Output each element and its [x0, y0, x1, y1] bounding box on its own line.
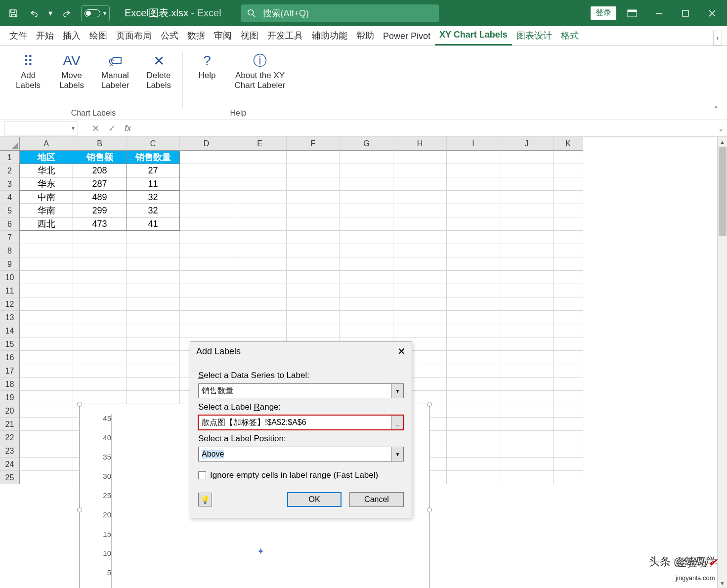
- spreadsheet-grid[interactable]: ABCDEFGHIJK 1234567891011121314151617181…: [0, 137, 727, 588]
- position-dropdown[interactable]: Above ▼: [198, 447, 404, 462]
- table-cell[interactable]: 41: [126, 217, 180, 231]
- fx-icon[interactable]: fx: [125, 124, 131, 133]
- series-dropdown[interactable]: 销售数量 ▼: [198, 383, 404, 398]
- table-cell[interactable]: 华北: [19, 164, 73, 177]
- row-header-2[interactable]: 2: [0, 164, 20, 177]
- minimize-button[interactable]: [648, 4, 670, 22]
- table-header[interactable]: 地区: [20, 151, 73, 164]
- table-header[interactable]: 销售数量: [127, 151, 180, 164]
- row-header-12[interactable]: 12: [0, 297, 20, 311]
- row-header-11[interactable]: 11: [0, 284, 20, 297]
- tab-插入[interactable]: 插入: [58, 26, 85, 45]
- row-header-10[interactable]: 10: [0, 271, 20, 284]
- row-header-20[interactable]: 20: [0, 404, 20, 418]
- range-input[interactable]: 散点图【加标签】!$A$2:$A$6 _: [198, 415, 404, 430]
- tab-文件[interactable]: 文件: [5, 26, 32, 45]
- table-cell[interactable]: 华南: [19, 204, 73, 217]
- ok-button[interactable]: OK: [287, 492, 342, 507]
- table-cell[interactable]: 西北: [19, 217, 73, 231]
- tabs-overflow[interactable]: ›: [713, 31, 722, 45]
- col-header-F[interactable]: F: [287, 137, 340, 151]
- collapse-ribbon-icon[interactable]: ˄: [709, 101, 723, 120]
- table-cell[interactable]: 208: [73, 164, 127, 177]
- name-box[interactable]: ▼: [4, 122, 78, 135]
- dialog-close-icon[interactable]: ✕: [397, 345, 406, 357]
- row-header-9[interactable]: 9: [0, 257, 20, 271]
- table-cell[interactable]: 32: [126, 204, 180, 217]
- row-header-13[interactable]: 13: [0, 311, 20, 324]
- dropdown-icon[interactable]: ▼: [391, 384, 403, 398]
- login-button[interactable]: 登录: [591, 6, 616, 20]
- row-header-4[interactable]: 4: [0, 191, 20, 204]
- row-header-25[interactable]: 25: [0, 471, 20, 484]
- undo-dropdown[interactable]: ▾: [45, 4, 55, 22]
- search-box[interactable]: 搜索(Alt+Q): [241, 4, 439, 22]
- row-header-5[interactable]: 5: [0, 204, 20, 217]
- tab-图表设计[interactable]: 图表设计: [512, 26, 556, 45]
- col-header-I[interactable]: I: [447, 137, 500, 151]
- tab-审阅[interactable]: 审阅: [210, 26, 236, 45]
- table-cell[interactable]: 华东: [19, 177, 73, 191]
- table-cell[interactable]: 32: [126, 190, 180, 204]
- vertical-scrollbar[interactable]: ▲ ▼: [717, 137, 727, 588]
- tab-power-pivot[interactable]: Power Pivot: [379, 27, 435, 45]
- tab-页面布局[interactable]: 页面布局: [112, 26, 156, 45]
- tab-xy-chart-labels[interactable]: XY Chart Labels: [435, 26, 512, 45]
- col-header-J[interactable]: J: [500, 137, 554, 151]
- col-header-H[interactable]: H: [393, 137, 447, 151]
- chart-point[interactable]: ✦: [257, 546, 264, 557]
- table-cell[interactable]: 11: [126, 177, 180, 191]
- tab-帮助[interactable]: 帮助: [352, 26, 379, 45]
- dropdown-icon[interactable]: ▼: [391, 447, 403, 461]
- col-header-K[interactable]: K: [554, 137, 583, 151]
- help-button[interactable]: ?Help: [187, 50, 227, 83]
- about-button[interactable]: ⓘAbout the XY Chart Labeler: [230, 50, 290, 93]
- ribbon-mode-button[interactable]: [621, 4, 643, 22]
- close-button[interactable]: [701, 4, 723, 22]
- tab-公式[interactable]: 公式: [156, 26, 183, 45]
- scroll-down-icon[interactable]: ▼: [718, 578, 727, 588]
- row-header-7[interactable]: 7: [0, 231, 20, 244]
- tab-格式[interactable]: 格式: [556, 26, 583, 45]
- row-header-24[interactable]: 24: [0, 458, 20, 471]
- row-header-17[interactable]: 17: [0, 364, 20, 378]
- ignore-empty-checkbox[interactable]: Ignore empty cells in label range (Fast …: [198, 470, 404, 480]
- row-header-14[interactable]: 14: [0, 324, 20, 337]
- table-cell[interactable]: 473: [73, 217, 127, 231]
- table-cell[interactable]: 489: [73, 190, 127, 204]
- dialog-titlebar[interactable]: Add Labels ✕: [190, 342, 412, 361]
- table-cell[interactable]: 27: [126, 164, 180, 177]
- row-header-22[interactable]: 22: [0, 431, 20, 444]
- enter-formula-icon[interactable]: ✓: [108, 123, 116, 134]
- save-button[interactable]: [4, 4, 23, 22]
- row-header-8[interactable]: 8: [0, 244, 20, 257]
- row-header-16[interactable]: 16: [0, 351, 20, 364]
- tab-辅助功能[interactable]: 辅助功能: [307, 26, 352, 45]
- col-header-G[interactable]: G: [340, 137, 393, 151]
- tab-数据[interactable]: 数据: [183, 26, 210, 45]
- range-picker-icon[interactable]: _: [391, 416, 403, 429]
- tab-开始[interactable]: 开始: [32, 26, 58, 45]
- table-cell[interactable]: 中南: [19, 190, 73, 204]
- dialog-help-button[interactable]: 💡: [198, 493, 212, 506]
- redo-button[interactable]: [57, 4, 76, 22]
- table-header[interactable]: 销售额: [73, 151, 127, 164]
- col-header-C[interactable]: C: [127, 137, 180, 151]
- add-labels-button[interactable]: ⠿Add Labels: [8, 50, 48, 93]
- select-all-corner[interactable]: [0, 137, 20, 151]
- delete-labels-button[interactable]: ✕Delete Labels: [138, 50, 179, 93]
- col-header-A[interactable]: A: [20, 137, 73, 151]
- row-header-15[interactable]: 15: [0, 337, 20, 351]
- table-cell[interactable]: 299: [73, 204, 127, 217]
- tab-绘图[interactable]: 绘图: [85, 26, 112, 45]
- table-cell[interactable]: 287: [73, 177, 127, 191]
- checkbox-icon[interactable]: [198, 471, 206, 479]
- row-header-21[interactable]: 21: [0, 418, 20, 431]
- scroll-up-icon[interactable]: ▲: [718, 137, 727, 147]
- row-header-6[interactable]: 6: [0, 217, 20, 231]
- expand-fbar-icon[interactable]: ⌄: [718, 125, 724, 132]
- row-header-1[interactable]: 1: [0, 151, 20, 164]
- tab-开发工具[interactable]: 开发工具: [263, 26, 307, 45]
- cancel-button[interactable]: Cancel: [349, 492, 404, 507]
- autosave-toggle[interactable]: ▾: [81, 5, 110, 21]
